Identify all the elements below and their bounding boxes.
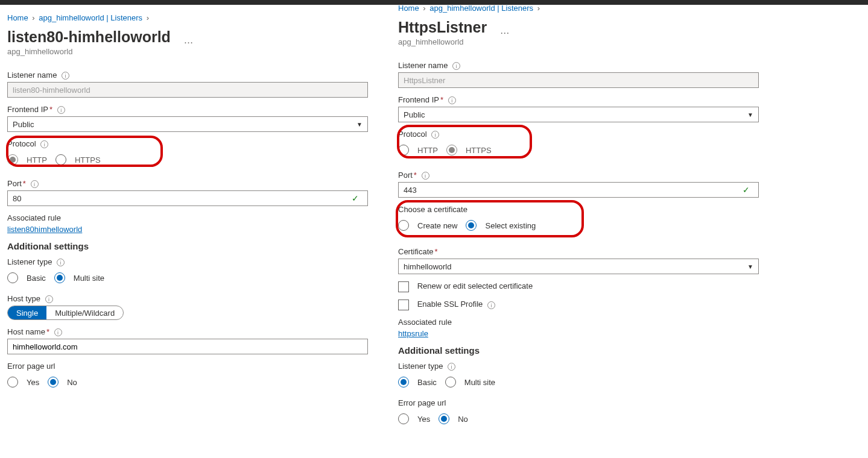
host-name-input[interactable] xyxy=(7,339,368,354)
crumb-listeners[interactable]: apg_himhelloworld | Listeners xyxy=(429,4,533,13)
chevron-down-icon: ▼ xyxy=(747,263,753,270)
chevron-down-icon: ▼ xyxy=(356,121,363,128)
page-title: HttpsListner xyxy=(398,19,487,36)
protocol-http-radio[interactable] xyxy=(7,154,18,165)
error-page-url-label: Error page url xyxy=(7,362,386,371)
page-subtitle: apg_himhelloworld xyxy=(398,37,777,46)
error-page-yes-label: Yes xyxy=(417,415,430,424)
page-subtitle: apg_himhelloworld xyxy=(7,47,386,56)
cert-create-label: Create new xyxy=(417,221,457,230)
info-icon[interactable]: i xyxy=(57,259,65,266)
info-icon[interactable]: i xyxy=(448,96,456,104)
protocol-http-radio[interactable] xyxy=(398,145,409,155)
enable-ssl-checkbox[interactable] xyxy=(398,300,409,310)
frontend-ip-select[interactable]: Public ▼ xyxy=(7,116,368,132)
info-icon[interactable]: i xyxy=(452,62,460,70)
enable-ssl-label: Enable SSL Profile xyxy=(417,300,483,309)
host-type-single[interactable]: Single xyxy=(8,306,46,319)
info-icon[interactable]: i xyxy=(448,363,455,371)
right-pane: Home › apg_himhelloworld | Listeners › H… xyxy=(391,0,777,435)
info-icon[interactable]: i xyxy=(487,301,495,309)
breadcrumb: Home › apg_himhelloworld | Listeners › xyxy=(7,13,386,22)
host-type-toggle[interactable]: Single Multiple/Wildcard xyxy=(7,306,124,320)
more-menu-icon[interactable]: … xyxy=(500,25,510,36)
check-icon: ✓ xyxy=(743,185,750,195)
listener-type-basic-label: Basic xyxy=(417,378,437,387)
protocol-label: Protocol xyxy=(398,130,427,139)
page-title: listen80-himhelloworld xyxy=(7,28,171,46)
renew-cert-checkbox[interactable] xyxy=(398,281,409,292)
port-input[interactable]: 80 ✓ xyxy=(7,190,368,206)
info-icon[interactable]: i xyxy=(62,72,69,80)
listener-name-label: Listener name xyxy=(398,61,448,70)
chevron-down-icon: ▼ xyxy=(747,111,753,118)
info-icon[interactable]: i xyxy=(57,106,65,114)
protocol-https-radio[interactable] xyxy=(55,154,66,165)
renew-cert-label: Renew or edit selected certificate xyxy=(417,282,533,291)
error-page-yes-radio[interactable] xyxy=(7,377,18,387)
associated-rule-link[interactable]: listen80himhelloworld xyxy=(7,225,82,234)
chevron-right-icon: › xyxy=(32,13,34,22)
error-page-url-label: Error page url xyxy=(398,398,777,407)
error-page-no-radio[interactable] xyxy=(439,413,449,424)
listener-type-basic-radio[interactable] xyxy=(7,272,18,283)
listener-type-multi-label: Multi site xyxy=(464,378,495,387)
listener-type-multi-radio[interactable] xyxy=(54,272,65,283)
crumb-home[interactable]: Home xyxy=(7,13,28,22)
listener-type-label: Listener type xyxy=(398,362,443,371)
breadcrumb: Home › apg_himhelloworld | Listeners › xyxy=(398,4,777,13)
protocol-https-radio-label: HTTPS xyxy=(466,146,492,155)
port-label: Port xyxy=(7,179,22,188)
crumb-listeners[interactable]: apg_himhelloworld | Listeners xyxy=(39,13,142,22)
port-value: 443 xyxy=(404,186,417,195)
frontend-ip-label: Frontend IP xyxy=(398,95,439,104)
host-name-label: Host name xyxy=(7,327,45,336)
error-page-yes-radio[interactable] xyxy=(398,413,409,424)
error-page-yes-label: Yes xyxy=(27,378,39,387)
listener-name-input xyxy=(398,72,759,88)
error-page-no-label: No xyxy=(67,378,77,387)
cert-select-radio[interactable] xyxy=(466,220,477,231)
listener-type-basic-radio[interactable] xyxy=(398,377,409,387)
protocol-label: Protocol xyxy=(7,139,36,148)
check-icon: ✓ xyxy=(352,193,359,203)
additional-settings-heading: Additional settings xyxy=(398,345,777,356)
more-menu-icon[interactable]: … xyxy=(184,35,194,46)
chevron-right-icon: › xyxy=(147,13,149,22)
info-icon[interactable]: i xyxy=(431,131,439,139)
port-label: Port xyxy=(398,171,413,180)
info-icon[interactable]: i xyxy=(422,172,429,180)
host-type-label: Host type xyxy=(7,294,40,303)
chevron-right-icon: › xyxy=(537,4,540,13)
info-icon[interactable]: i xyxy=(31,180,39,188)
associated-rule-label: Associated rule xyxy=(398,318,777,327)
crumb-home[interactable]: Home xyxy=(398,4,419,13)
port-input[interactable]: 443 ✓ xyxy=(398,182,759,198)
error-page-no-radio[interactable] xyxy=(48,377,59,387)
left-pane: Home › apg_himhelloworld | Listeners › l… xyxy=(0,6,386,398)
listener-type-multi-label: Multi site xyxy=(74,274,104,283)
choose-certificate-label: Choose a certificate xyxy=(398,205,777,214)
listener-type-basic-label: Basic xyxy=(27,274,46,283)
info-icon[interactable]: i xyxy=(40,140,48,148)
info-icon[interactable]: i xyxy=(54,328,62,336)
chevron-right-icon: › xyxy=(423,4,425,13)
certificate-value: himhelloworld xyxy=(404,262,451,271)
associated-rule-label: Associated rule xyxy=(7,213,386,222)
error-page-no-label: No xyxy=(458,415,468,424)
cert-select-label: Select existing xyxy=(485,221,536,230)
frontend-ip-label: Frontend IP xyxy=(7,105,48,114)
port-value: 80 xyxy=(13,194,21,203)
info-icon[interactable]: i xyxy=(45,295,53,303)
certificate-select[interactable]: himhelloworld ▼ xyxy=(398,259,759,274)
frontend-ip-select[interactable]: Public ▼ xyxy=(398,107,759,122)
protocol-https-radio[interactable] xyxy=(446,145,457,155)
associated-rule-link[interactable]: httpsrule xyxy=(398,329,428,338)
cert-create-radio[interactable] xyxy=(398,220,409,231)
frontend-ip-value: Public xyxy=(404,110,425,119)
listener-type-multi-radio[interactable] xyxy=(445,377,456,387)
protocol-http-radio-label: HTTP xyxy=(27,155,47,165)
listener-name-label: Listener name xyxy=(7,71,57,80)
listener-type-label: Listener type xyxy=(7,257,52,266)
host-type-multiple[interactable]: Multiple/Wildcard xyxy=(46,306,123,319)
